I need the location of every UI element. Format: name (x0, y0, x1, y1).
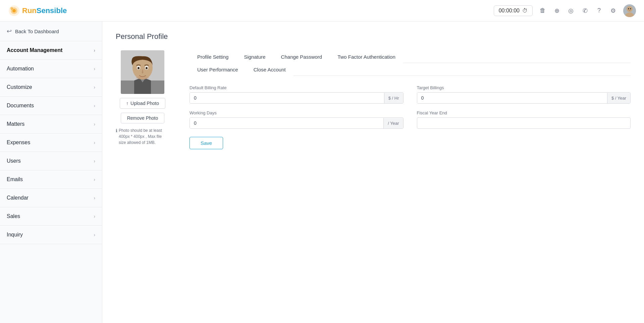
tabs-row-2: User Performance Close Account (190, 63, 631, 76)
svg-point-18 (136, 76, 149, 79)
chevron-right-icon: › (94, 85, 95, 90)
billing-rate-addon: $ / Hr (384, 93, 403, 103)
sidebar-item-documents[interactable]: Documents › (0, 97, 102, 115)
phone-icon[interactable]: ✆ (581, 7, 589, 15)
sidebar-item-sales[interactable]: Sales › (0, 207, 102, 226)
working-days-label: Working Days (190, 110, 404, 115)
avatar[interactable] (623, 4, 636, 17)
tab-label: User Performance (197, 67, 238, 72)
tab-close-account[interactable]: Close Account (246, 63, 293, 76)
chevron-right-icon: › (94, 121, 95, 127)
upload-photo-button[interactable]: ↑ Upload Photo (120, 98, 165, 109)
photo-hint-text: Photo should be at least 400px * 400px ,… (119, 127, 169, 146)
info-icon: ℹ (116, 127, 117, 134)
working-days-input-wrapper: / Year (190, 117, 404, 129)
sidebar-item-label: Sales (7, 213, 20, 219)
timer-icon[interactable]: ⏱ (522, 8, 528, 14)
sidebar: ↩ Back To Dashboard Account Management ›… (0, 21, 102, 323)
sidebar-item-calendar[interactable]: Calendar › (0, 189, 102, 207)
default-billing-rate-group: Default Billing Rate $ / Hr (190, 85, 404, 104)
svg-point-9 (630, 8, 631, 9)
chevron-right-icon: › (94, 158, 95, 164)
chevron-right-icon: › (94, 48, 95, 53)
svg-point-2 (12, 9, 16, 12)
tab-label: Signature (244, 54, 265, 60)
tabs-section: Profile Setting Signature Change Passwor… (190, 50, 631, 149)
tab-signature[interactable]: Signature (236, 50, 273, 63)
save-label: Save (201, 140, 212, 146)
remove-photo-button[interactable]: Remove Photo (121, 113, 165, 123)
topbar-right: 00:00:00 ⏱ 🗑 ⊕ ◎ ✆ ? ⚙ (494, 4, 636, 17)
sidebar-item-label: Emails (7, 176, 23, 182)
sidebar-item-label: Account Management (7, 47, 62, 53)
sidebar-item-label: Automation (7, 66, 34, 72)
upload-photo-label: Upload Photo (130, 101, 159, 106)
photo-hint: ℹ Photo should be at least 400px * 400px… (116, 127, 169, 146)
sidebar-item-label: Documents (7, 103, 34, 109)
tab-user-performance[interactable]: User Performance (190, 63, 246, 76)
default-billing-rate-input[interactable] (190, 93, 384, 103)
upload-icon: ↑ (126, 101, 128, 106)
svg-point-17 (146, 67, 148, 69)
default-billing-rate-label: Default Billing Rate (190, 85, 404, 90)
sidebar-item-emails[interactable]: Emails › (0, 170, 102, 189)
back-to-dashboard-button[interactable]: ↩ Back To Dashboard (0, 21, 102, 41)
chevron-right-icon: › (94, 214, 95, 219)
trash-icon[interactable]: 🗑 (539, 7, 547, 15)
chevron-right-icon: › (94, 140, 95, 145)
target-billings-label: Target Billings (417, 85, 631, 90)
sidebar-item-label: Inquiry (7, 232, 23, 238)
target-billings-addon: $ / Year (607, 93, 630, 103)
working-days-addon: / Year (383, 118, 403, 128)
add-circle-icon[interactable]: ⊕ (553, 7, 561, 15)
tab-label: Close Account (254, 67, 286, 72)
target-billings-input[interactable] (417, 93, 607, 103)
sidebar-item-account-management[interactable]: Account Management › (0, 41, 102, 60)
fiscal-year-end-input[interactable] (417, 117, 631, 129)
tab-change-password[interactable]: Change Password (273, 50, 330, 63)
remove-photo-label: Remove Photo (127, 115, 158, 121)
sidebar-item-matters[interactable]: Matters › (0, 115, 102, 133)
photo-section: ↑ Upload Photo Remove Photo ℹ Photo shou… (116, 50, 169, 146)
logo-text: RunSensible (22, 6, 67, 15)
settings-icon[interactable]: ⚙ (609, 7, 617, 15)
topbar: RunSensible 00:00:00 ⏱ 🗑 ⊕ ◎ ✆ ? ⚙ (0, 0, 644, 21)
sidebar-item-inquiry[interactable]: Inquiry › (0, 226, 102, 244)
sidebar-item-label: Users (7, 158, 21, 164)
profile-section: ↑ Upload Photo Remove Photo ℹ Photo shou… (116, 50, 631, 149)
help-icon[interactable]: ? (595, 7, 603, 15)
tab-label: Profile Setting (197, 54, 228, 60)
chevron-right-icon: › (94, 232, 95, 237)
target-billings-input-wrapper: $ / Year (417, 92, 631, 104)
tab-label: Two Factor Authentication (337, 54, 395, 60)
svg-point-3 (10, 7, 13, 10)
performance-form: Default Billing Rate $ / Hr Target Billi… (190, 85, 631, 129)
avatar-image (623, 4, 636, 17)
default-billing-rate-input-wrapper: $ / Hr (190, 92, 404, 104)
save-button[interactable]: Save (190, 137, 223, 149)
tab-profile-setting[interactable]: Profile Setting (190, 50, 236, 63)
sidebar-item-customize[interactable]: Customize › (0, 78, 102, 97)
sidebar-item-expenses[interactable]: Expenses › (0, 133, 102, 152)
tab-label: Change Password (281, 54, 322, 60)
profile-photo (121, 50, 164, 94)
sidebar-item-label: Calendar (7, 195, 29, 201)
timer-value: 00:00:00 (499, 8, 520, 14)
sidebar-item-label: Matters (7, 121, 24, 127)
main-layout: ↩ Back To Dashboard Account Management ›… (0, 21, 644, 323)
tab-two-factor-auth[interactable]: Two Factor Authentication (330, 50, 403, 63)
sidebar-item-users[interactable]: Users › (0, 152, 102, 170)
svg-point-8 (628, 8, 629, 9)
page-title: Personal Profile (116, 32, 631, 41)
fiscal-year-end-group: Fiscal Year End (417, 110, 631, 129)
tabs-row-1: Profile Setting Signature Change Passwor… (190, 50, 631, 63)
working-days-input[interactable] (190, 118, 383, 128)
logo-icon (8, 5, 20, 17)
target-icon[interactable]: ◎ (567, 7, 575, 15)
timer-display[interactable]: 00:00:00 ⏱ (494, 5, 533, 16)
chevron-right-icon: › (94, 177, 95, 182)
back-arrow-icon: ↩ (7, 28, 12, 35)
sidebar-item-automation[interactable]: Automation › (0, 60, 102, 78)
content-area: Personal Profile (102, 21, 644, 323)
profile-photo-image (121, 50, 164, 94)
